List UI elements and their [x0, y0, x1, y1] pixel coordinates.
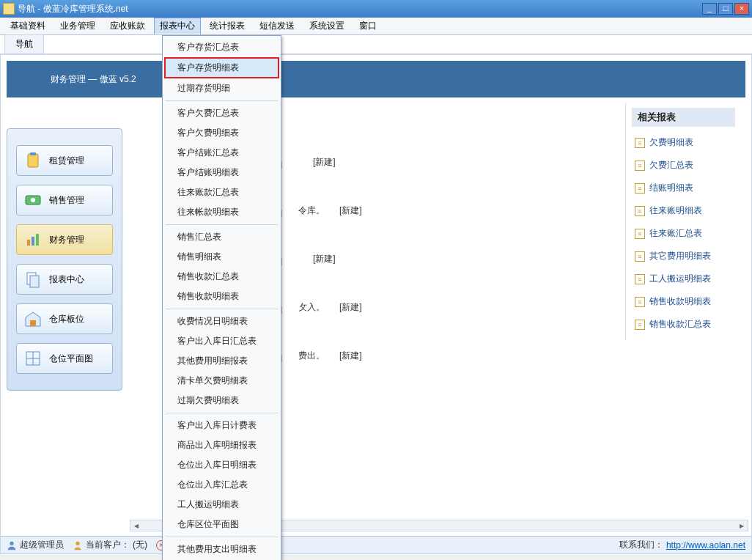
- menu-system[interactable]: 系统设置: [303, 18, 350, 34]
- related-item-8[interactable]: ≡销售收款汇总表: [632, 313, 735, 336]
- scroll-right-arrow[interactable]: ▸: [736, 520, 748, 531]
- dropdown-item-22[interactable]: 工人搬运明细表: [164, 495, 279, 515]
- status-user-label: 超级管理员: [20, 539, 64, 551]
- related-item-3[interactable]: ≡往来账明细表: [632, 199, 735, 222]
- svg-point-14: [75, 541, 79, 545]
- dropdown-item-18[interactable]: 客户出入库日计费表: [164, 416, 279, 435]
- user-icon: [7, 540, 17, 550]
- svg-rect-5: [32, 237, 34, 246]
- nav-label: 仓位平面图: [49, 353, 93, 365]
- contact-link[interactable]: http://www.aolan.net: [666, 540, 745, 550]
- list-icon: ≡: [635, 183, 645, 194]
- new-link[interactable]: [新建]: [313, 156, 336, 169]
- related-item-label: 结账明细表: [649, 182, 693, 194]
- main-area: 财务管理 ― 傲蓝 v5.2 租赁管理销售管理财务管理报表中心仓库板位仓位平面图…: [0, 54, 752, 554]
- menu-report-center[interactable]: 报表中心: [154, 18, 201, 34]
- dropdown-item-highlighted[interactable]: 客户存货明细表: [164, 57, 279, 78]
- related-item-5[interactable]: ≡其它费用明细表: [632, 245, 735, 268]
- nav-label: 销售管理: [49, 194, 84, 207]
- status-bar: 超级管理员 当前客户： (无) × 取消 联系我们： http://www.ao…: [1, 536, 751, 553]
- nav-button-1[interactable]: 销售管理: [16, 185, 113, 215]
- dropdown-item-19[interactable]: 商品出入库明细报表: [164, 435, 279, 455]
- titlebar: 导航 - 傲蓝冷库管理系统.net _ □ ×: [0, 0, 752, 18]
- dropdown-item-14[interactable]: 客户出入库日汇总表: [164, 331, 279, 351]
- svg-rect-1: [30, 152, 36, 155]
- left-nav: 租赁管理销售管理财务管理报表中心仓库板位仓位平面图: [7, 128, 122, 391]
- new-link[interactable]: [新建]: [339, 350, 362, 362]
- dropdown-item-8[interactable]: 往来帐款明细表: [164, 202, 279, 222]
- related-item-4[interactable]: ≡往来账汇总表: [632, 222, 735, 245]
- nav-label: 财务管理: [49, 234, 84, 246]
- report-icon: [24, 270, 42, 288]
- scroll-left-arrow[interactable]: ◂: [130, 520, 142, 531]
- dropdown-item-4[interactable]: 客户欠费明细表: [164, 123, 279, 143]
- dropdown-item-3[interactable]: 客户欠费汇总表: [164, 103, 279, 123]
- dropdown-item-10[interactable]: 销售明细表: [164, 247, 279, 267]
- dropdown-item-21[interactable]: 仓位出入库汇总表: [164, 475, 279, 495]
- nav-button-4[interactable]: 仓库板位: [16, 303, 113, 334]
- status-customer-label: 当前客户：: [86, 539, 130, 551]
- menu-business[interactable]: 业务管理: [54, 18, 101, 34]
- clipboard-icon: [24, 152, 42, 169]
- nav-button-3[interactable]: 报表中心: [16, 264, 113, 295]
- dropdown-item-6[interactable]: 客户结账明细表: [164, 163, 279, 183]
- contact-label: 联系我们：: [619, 539, 663, 551]
- new-link[interactable]: [新建]: [339, 205, 362, 217]
- nav-button-2[interactable]: 财务管理: [16, 224, 113, 255]
- dropdown-item-15[interactable]: 其他费用明细报表: [164, 351, 279, 371]
- dropdown-item-5[interactable]: 客户结账汇总表: [164, 143, 279, 163]
- close-button[interactable]: ×: [734, 3, 749, 15]
- related-item-1[interactable]: ≡欠费汇总表: [632, 154, 735, 177]
- svg-point-13: [10, 541, 13, 545]
- dropdown-item-16[interactable]: 清卡单欠费明细表: [164, 371, 279, 391]
- nav-label: 租赁管理: [49, 155, 84, 167]
- dropdown-item-12[interactable]: 销售收款明细表: [164, 287, 279, 306]
- dropdown-item-20[interactable]: 仓位出入库日明细表: [164, 455, 279, 475]
- new-link[interactable]: [新建]: [339, 301, 362, 314]
- related-item-7[interactable]: ≡销售收款明细表: [632, 290, 735, 313]
- new-link[interactable]: [新建]: [313, 253, 336, 265]
- related-item-label: 往来账明细表: [649, 205, 702, 217]
- menu-basic-data[interactable]: 基础资料: [4, 18, 51, 34]
- nav-label: 仓库板位: [49, 313, 84, 325]
- content-header-title: 财务管理 ― 傲蓝 v5.2: [51, 73, 136, 86]
- menu-window[interactable]: 窗口: [353, 18, 383, 34]
- related-item-0[interactable]: ≡欠费明细表: [632, 131, 735, 154]
- dropdown-item-24[interactable]: 其他费用支出明细表: [164, 539, 279, 559]
- content-header: 财务管理 ― 傲蓝 v5.2: [7, 61, 745, 97]
- tab-navigation[interactable]: 导航: [4, 34, 44, 54]
- related-item-label: 销售收款明细表: [649, 295, 711, 308]
- chart-icon: [24, 231, 42, 248]
- dropdown-separator: [166, 309, 278, 309]
- svg-rect-0: [28, 154, 38, 167]
- related-item-2[interactable]: ≡结账明细表: [632, 177, 735, 199]
- dropdown-item-2[interactable]: 过期存货明细: [164, 78, 279, 98]
- list-icon: ≡: [635, 251, 645, 262]
- related-item-label: 欠费汇总表: [649, 159, 693, 172]
- nav-button-0[interactable]: 租赁管理: [16, 145, 113, 176]
- related-item-6[interactable]: ≡工人搬运明细表: [632, 268, 735, 290]
- status-user: 超级管理员: [7, 539, 64, 551]
- dropdown-item-17[interactable]: 过期欠费明细表: [164, 391, 279, 410]
- dropdown-item-9[interactable]: 销售汇总表: [164, 227, 279, 247]
- list-icon: ≡: [635, 161, 645, 171]
- menu-stats[interactable]: 统计报表: [204, 18, 251, 34]
- list-icon: ≡: [635, 274, 645, 284]
- related-item-label: 往来账汇总表: [649, 227, 702, 240]
- status-contact: 联系我们： http://www.aolan.net: [619, 539, 745, 551]
- center-row-text: 令库。: [298, 205, 325, 217]
- menu-receivables[interactable]: 应收账款: [104, 18, 151, 34]
- dropdown-item-0[interactable]: 客户存货汇总表: [164, 37, 279, 57]
- dropdown-separator: [166, 100, 278, 101]
- nav-button-5[interactable]: 仓位平面图: [16, 343, 113, 374]
- maximize-button[interactable]: □: [718, 3, 733, 15]
- list-icon: ≡: [635, 320, 645, 330]
- dropdown-item-13[interactable]: 收费情况日明细表: [164, 312, 279, 331]
- warehouse-icon: [24, 310, 42, 328]
- menu-sms[interactable]: 短信发送: [254, 18, 301, 34]
- dropdown-item-11[interactable]: 销售收款汇总表: [164, 267, 279, 287]
- minimize-button[interactable]: _: [702, 3, 717, 15]
- dropdown-item-23[interactable]: 仓库区位平面图: [164, 515, 279, 534]
- related-item-label: 销售收款汇总表: [649, 318, 711, 331]
- dropdown-item-7[interactable]: 往来账款汇总表: [164, 183, 279, 202]
